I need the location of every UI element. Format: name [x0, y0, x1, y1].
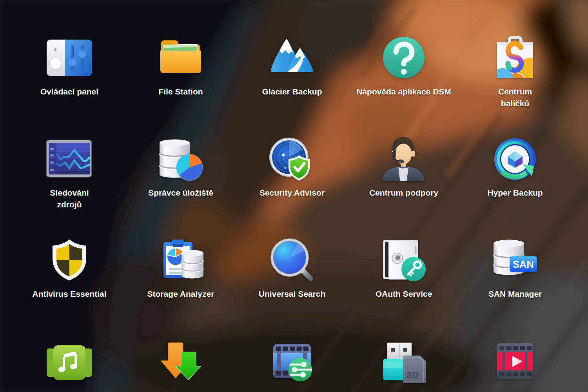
svg-text:SAN: SAN	[513, 259, 534, 270]
svg-text:SD: SD	[407, 370, 419, 380]
